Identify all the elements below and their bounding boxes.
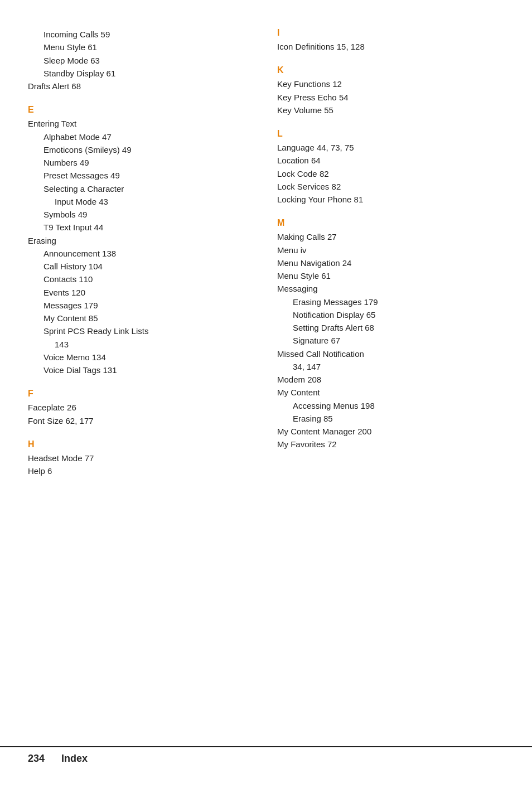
list-item: Font Size 62, 177 [28,414,255,427]
list-item: Making Calls 27 [277,230,504,243]
page: Incoming Calls 59 Menu Style 61 Sleep Mo… [0,0,532,798]
list-item: Language 44, 73, 75 [277,141,504,154]
list-item: Standby Display 61 [28,67,255,80]
list-item: Key Volume 55 [277,104,504,117]
section-h: H Headset Mode 77 Help 6 [28,439,255,478]
list-item: Announcement 138 [28,247,255,260]
list-item: Drafts Alert 68 [28,80,255,93]
list-item: Messages 179 [28,299,255,312]
list-item: Input Mode 43 [28,195,255,208]
list-item: Sleep Mode 63 [28,54,255,67]
list-item: Symbols 49 [28,208,255,221]
list-item: Entering Text [28,117,255,130]
list-item: Call History 104 [28,260,255,273]
list-item: Erasing [28,234,255,247]
footer: 234 Index [0,746,532,765]
list-item: Selecting a Character [28,182,255,195]
list-item: Incoming Calls 59 [28,28,255,41]
list-item: My Favorites 72 [277,438,504,451]
list-item: Modem 208 [277,373,504,386]
list-item: 34, 147 [277,360,504,373]
list-item: Emoticons (Smileys) 49 [28,143,255,156]
footer-label: Index [61,753,88,765]
list-item: My Content Manager 200 [277,425,504,438]
section-f: F Faceplate 26 Font Size 62, 177 [28,389,255,427]
list-item: Headset Mode 77 [28,452,255,465]
content-area: Incoming Calls 59 Menu Style 61 Sleep Mo… [0,22,532,746]
list-item: Faceplate 26 [28,401,255,414]
list-item: Menu iv [277,244,504,257]
section-k: K Key Functions 12 Key Press Echo 54 Key… [277,65,504,117]
list-item: Erasing 85 [277,412,504,425]
footer-page-number: 234 [28,753,45,765]
list-item: Alphabet Mode 47 [28,130,255,143]
list-item: Missed Call Notification [277,347,504,360]
section-letter-f: F [28,389,255,399]
list-item: T9 Text Input 44 [28,221,255,234]
list-item: Voice Dial Tags 131 [28,364,255,376]
list-item: Contacts 110 [28,273,255,286]
section-letter-h: H [28,439,255,449]
left-column: Incoming Calls 59 Menu Style 61 Sleep Mo… [28,22,266,746]
list-item: Setting Drafts Alert 68 [277,321,504,334]
list-item: Icon Definitions 15, 128 [277,40,504,53]
list-item: Numbers 49 [28,156,255,169]
section-letter-l: L [277,129,504,139]
list-item: Location 64 [277,154,504,167]
section-letter-k: K [277,65,504,75]
list-item: Key Press Echo 54 [277,91,504,104]
section-letter-i: I [277,28,504,38]
list-item: 143 [28,338,255,351]
list-item: Accessing Menus 198 [277,399,504,412]
section-m: M Making Calls 27 Menu iv Menu Navigatio… [277,218,504,451]
top-entries-section: Incoming Calls 59 Menu Style 61 Sleep Mo… [28,28,255,93]
list-item: Events 120 [28,286,255,299]
list-item: Locking Your Phone 81 [277,193,504,206]
list-item: Erasing Messages 179 [277,296,504,308]
list-item: Lock Code 82 [277,167,504,180]
list-item: Help 6 [28,465,255,477]
list-item: Preset Messages 49 [28,169,255,182]
section-i: I Icon Definitions 15, 128 [277,28,504,53]
list-item: Menu Style 61 [277,269,504,282]
list-item: Notification Display 65 [277,308,504,321]
list-item: Signature 67 [277,334,504,347]
list-item: Menu Navigation 24 [277,257,504,269]
section-l: L Language 44, 73, 75 Location 64 Lock C… [277,129,504,206]
section-letter-e: E [28,105,255,115]
list-item: Menu Style 61 [28,41,255,54]
list-item: Voice Memo 134 [28,351,255,364]
list-item: Messaging [277,282,504,295]
section-letter-m: M [277,218,504,228]
list-item: Key Functions 12 [277,78,504,90]
section-e: E Entering Text Alphabet Mode 47 Emotico… [28,105,255,376]
list-item: Sprint PCS Ready Link Lists [28,325,255,337]
list-item: Lock Services 82 [277,180,504,193]
list-item: My Content [277,386,504,399]
right-column: I Icon Definitions 15, 128 K Key Functio… [266,22,504,746]
list-item: My Content 85 [28,312,255,325]
